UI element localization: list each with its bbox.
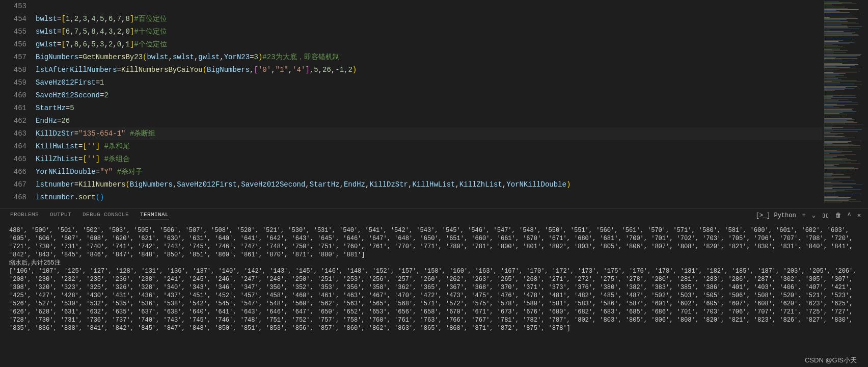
code-line[interactable]: SaveHz012First=1	[36, 76, 868, 89]
close-panel-icon[interactable]: ✕	[857, 212, 861, 219]
line-number-gutter: 4534544554564574584594604614624634644654…	[0, 0, 36, 206]
new-terminal-icon[interactable]: +	[802, 212, 806, 219]
panel-actions: [>_] Python + ⌄ ▯▯ 🗑 ^ ✕	[755, 212, 861, 219]
code-line[interactable]: lstnumber=KillNumbers(BigNumbers,SaveHz0…	[36, 178, 868, 191]
code-line[interactable]: lstAfterKillNumbers=KillNumbersByCaiYou(…	[36, 64, 868, 76]
panel-tab-debug-console[interactable]: DEBUG CONSOLE	[83, 212, 129, 220]
code-line[interactable]: gwlst=[7,8,6,5,3,2,0,1]#个位定位	[36, 38, 868, 51]
code-line[interactable]: bwlst=[1,2,3,4,5,6,7,8]#百位定位	[36, 13, 868, 25]
code-line[interactable]: BigNumbers=GetNumbersBy23(bwlst,swlst,gw…	[36, 51, 868, 64]
code-line[interactable]: YorNKillDouble="Y" #杀对子	[36, 166, 868, 178]
code-line[interactable]: StartHz=5	[36, 102, 868, 115]
panel-tabs: PROBLEMSOUTPUTDEBUG CONSOLETERMINAL	[0, 208, 868, 224]
bottom-panel: PROBLEMSOUTPUTDEBUG CONSOLETERMINAL [>_]…	[0, 208, 868, 367]
code-line[interactable]: KillHwList=[''] #杀和尾	[36, 140, 868, 153]
panel-tab-problems[interactable]: PROBLEMS	[10, 212, 39, 220]
chevron-down-icon[interactable]: ⌄	[812, 212, 816, 219]
code-line[interactable]	[36, 0, 868, 13]
code-line[interactable]: KillZhList=[''] #杀组合	[36, 153, 868, 166]
code-area[interactable]: bwlst=[1,2,3,4,5,6,7,8]#百位定位swlst=[6,7,5…	[36, 0, 868, 206]
panel-tab-output[interactable]: OUTPUT	[50, 212, 71, 220]
launch-profile[interactable]: [>_] Python	[755, 212, 796, 219]
panel-tab-terminal[interactable]: TERMINAL	[140, 212, 169, 220]
code-line[interactable]: EndHz=26	[36, 115, 868, 127]
code-line[interactable]: SaveHz012Second=2	[36, 89, 868, 102]
terminal-output[interactable]: 488', '500', '501', '502', '503', '505',…	[0, 224, 868, 367]
minimap[interactable]	[822, 0, 868, 206]
code-line[interactable]: lstnumber.sort()	[36, 191, 868, 204]
code-editor[interactable]: 4534544554564574584594604614624634644654…	[0, 0, 868, 206]
code-line[interactable]: swlst=[6,7,5,8,4,3,2,0]#十位定位	[36, 25, 868, 38]
watermark: CSDN @GIS小天	[805, 356, 857, 365]
split-terminal-icon[interactable]: ▯▯	[822, 212, 829, 219]
code-line[interactable]: KillDzStr="135-654-1" #杀断组	[36, 127, 868, 140]
chevron-up-icon[interactable]: ^	[848, 212, 851, 219]
trash-icon[interactable]: 🗑	[835, 212, 842, 219]
